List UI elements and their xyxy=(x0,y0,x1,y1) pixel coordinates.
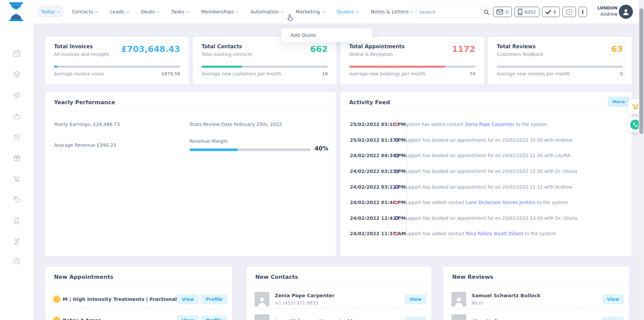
main-nav: Today Contacts Leads Deals Tasks Members… xyxy=(36,0,441,23)
stat-value: £703,648.43 xyxy=(121,44,180,54)
stat-footer-value: 0 xyxy=(620,71,623,76)
profile-button[interactable]: Profile xyxy=(201,315,227,320)
chevron-down-icon xyxy=(156,9,160,13)
stat-card-total-appointments: Total Appointments Online & Reception 11… xyxy=(340,37,484,84)
search-icon xyxy=(483,9,490,15)
report-document-icon[interactable] xyxy=(10,214,24,228)
help-button[interactable]: ? xyxy=(562,7,576,17)
contact-link[interactable]: Rina Rollins Wyatt Dillard xyxy=(466,231,523,236)
view-button[interactable]: View xyxy=(602,294,624,304)
feed-time: 24/02/2022 03:22 PM xyxy=(340,184,393,190)
stat-footer-value: £879.56 xyxy=(161,71,180,76)
nav-item-label: Automation xyxy=(251,9,279,14)
stat-footer-value: 18 xyxy=(322,71,328,76)
view-button[interactable]: View xyxy=(602,317,624,320)
nav-item-label: Memberships xyxy=(201,9,234,14)
user-sync-icon[interactable] xyxy=(10,235,24,249)
search-input[interactable] xyxy=(415,7,482,17)
stat-value: 63 xyxy=(611,44,623,54)
nav-item-marketing[interactable]: Marketing xyxy=(291,6,329,18)
nav-item-quotes[interactable]: Quotes xyxy=(332,6,364,18)
chevron-down-icon xyxy=(186,9,190,13)
tasks-badge-button[interactable]: 6 xyxy=(542,7,560,17)
view-button[interactable]: View xyxy=(405,317,427,320)
user-name-label: Andrew xyxy=(585,11,618,17)
nav-item-today[interactable]: Today xyxy=(36,6,64,18)
more-button[interactable]: More xyxy=(608,97,630,107)
nav-item-contacts[interactable]: Contacts xyxy=(67,6,103,18)
nav-item-label: Marketing xyxy=(296,9,320,14)
yearly-performance-panel: Yearly Performance Yearly Earnings: £28,… xyxy=(45,92,336,256)
view-button[interactable]: View xyxy=(405,294,427,304)
feed-time: 25/02/2022 01:37 PM xyxy=(340,137,393,143)
chevron-down-icon xyxy=(281,9,284,13)
avatar xyxy=(255,314,269,320)
feed-item: 24/02/2022 12:42 PM Support has booked a… xyxy=(340,210,626,226)
divider xyxy=(340,111,632,111)
new-appointments-panel: New Appointments M | High Intensity Trea… xyxy=(45,267,232,320)
nav-item-automation[interactable]: Automation xyxy=(246,6,288,18)
feed-item: 24/02/2022 03:23 PM Support has booked a… xyxy=(340,164,626,179)
nav-item-deals[interactable]: Deals xyxy=(136,6,164,18)
feed-text: System has added contact Zenia Pope Carp… xyxy=(403,122,547,127)
feed-time: 24/02/2022 12:42 PM xyxy=(340,215,393,221)
gift-icon[interactable] xyxy=(10,151,24,165)
nav-item-memberships[interactable]: Memberships xyxy=(197,6,243,18)
calendar-import-icon[interactable] xyxy=(10,109,24,123)
windows-copy-icon[interactable] xyxy=(10,88,24,103)
feed-text: Support has added contact Rina Rollins W… xyxy=(403,231,556,236)
user-icon xyxy=(622,7,630,16)
view-button[interactable]: View xyxy=(177,294,199,304)
stat-card-total-invoices: Total Invoices All invoices and receipts… xyxy=(45,37,189,84)
average-revenue: Avarage Revenue £390.23 xyxy=(54,142,116,148)
dashed-divider xyxy=(255,309,423,309)
stats-review-date: Stats Review Date February 25th, 2022 xyxy=(190,122,282,127)
nav-item-label: Quotes xyxy=(337,9,354,14)
history-icon[interactable] xyxy=(10,130,24,144)
package-icon[interactable] xyxy=(10,67,24,81)
appointment-name: M | High Intensity Treatments | Fraction… xyxy=(63,297,177,302)
scrollbar-thumb[interactable] xyxy=(639,8,643,134)
mail-badge-button[interactable]: 0 xyxy=(493,7,512,17)
nav-item-notes-letters[interactable]: Notes & Letters xyxy=(366,6,418,18)
feed-item: 24/02/2022 04:34 PM Support has booked a… xyxy=(340,148,626,164)
contact-link[interactable]: Zenia Pope Carpenter xyxy=(465,122,514,127)
user-icon xyxy=(256,295,268,307)
profile-button[interactable]: Profile xyxy=(201,294,227,304)
appointment-status-dot xyxy=(53,296,60,303)
lock-icon[interactable] xyxy=(10,254,24,268)
nav-item-label: Tasks xyxy=(171,9,184,14)
nav-item-tasks[interactable]: Tasks xyxy=(167,6,194,18)
user-avatar[interactable] xyxy=(619,5,633,19)
chevron-down-icon xyxy=(411,9,414,13)
feed-time: 24/02/2022 03:23 PM xyxy=(340,169,393,174)
mail-count: 0 xyxy=(505,9,508,15)
cart-icon[interactable] xyxy=(10,172,24,186)
stat-footer-label: Average invoice value xyxy=(54,71,104,76)
nav-item-label: Today xyxy=(41,9,55,14)
stat-footer: Average new bookings per month 74 xyxy=(349,71,475,76)
stat-progress-bar xyxy=(497,66,623,68)
price-tag-icon[interactable] xyxy=(10,193,24,207)
feed-item: 24/02/2022 01:40 PM Support has added co… xyxy=(340,195,626,210)
add-quote-menu-item[interactable]: Add Quote xyxy=(281,33,372,38)
phone-badge-button[interactable]: 6052 xyxy=(515,7,539,17)
stat-subtitle: Customers feedback xyxy=(497,52,543,57)
feed-dot-icon xyxy=(395,170,398,173)
view-button[interactable]: View xyxy=(177,315,199,320)
svg-text:?: ? xyxy=(568,10,570,14)
nav-item-leads[interactable]: Leads xyxy=(105,6,133,18)
stat-card-total-contacts: Total Contacts Total existing contacts 6… xyxy=(193,37,336,84)
page-scrollbar xyxy=(639,0,644,320)
feed-time: 24/02/2022 01:40 PM xyxy=(340,200,393,205)
contact-link[interactable]: Lane Dickerson Steven Jenkins xyxy=(466,200,535,205)
calendar-icon[interactable]: 12 xyxy=(10,47,24,61)
feed-item: 25/02/2022 01:37 PM Support has booked a… xyxy=(340,132,626,148)
stat-footer: Average new reviews per month 0 xyxy=(497,71,623,76)
mouse-cursor-hand-icon xyxy=(287,14,294,21)
revenue-margin-bar xyxy=(190,148,311,151)
search-button[interactable] xyxy=(482,7,490,17)
app-logo-icon[interactable] xyxy=(7,2,25,21)
help-icon: ? xyxy=(566,9,573,15)
stat-footer-label: Average new customers per month xyxy=(202,71,281,76)
